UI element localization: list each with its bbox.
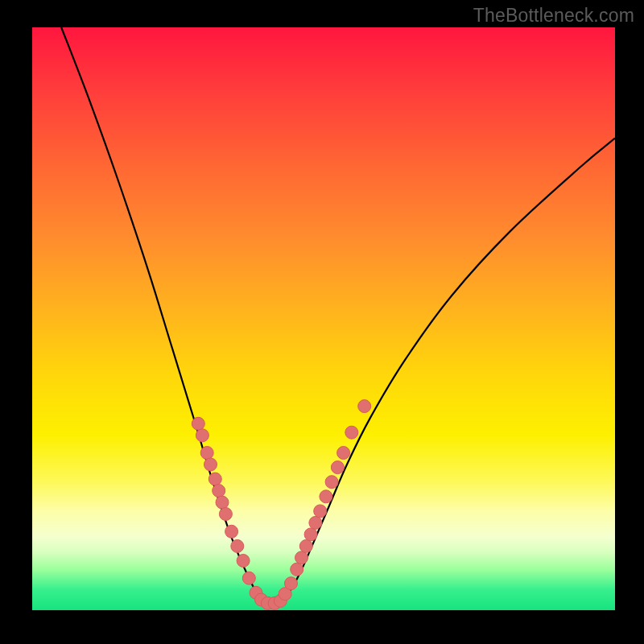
data-marker	[216, 496, 229, 509]
bottleneck-curve	[61, 27, 615, 605]
data-marker	[219, 508, 232, 521]
data-marker	[358, 400, 371, 413]
data-marker	[291, 563, 303, 576]
watermark-text: TheBottleneck.com	[473, 5, 634, 27]
data-marker	[196, 429, 208, 442]
data-marker	[345, 426, 358, 439]
data-marker	[231, 539, 244, 552]
data-marker	[242, 572, 255, 584]
data-marker	[295, 551, 308, 564]
data-marker	[285, 577, 298, 590]
data-marker	[204, 458, 217, 471]
curve-svg	[32, 27, 615, 610]
data-marker	[309, 516, 322, 529]
chart-frame: TheBottleneck.com	[0, 0, 644, 644]
plot-area	[32, 27, 615, 610]
data-marker	[304, 528, 317, 541]
data-marker	[225, 525, 238, 538]
marker-group	[192, 400, 370, 610]
data-marker	[320, 490, 332, 503]
data-marker	[237, 555, 250, 568]
data-marker	[337, 447, 350, 460]
data-marker	[331, 461, 344, 474]
data-marker	[192, 417, 204, 430]
data-marker	[299, 539, 312, 552]
data-marker	[325, 476, 338, 489]
data-marker	[200, 447, 213, 460]
data-marker	[314, 505, 327, 518]
data-marker	[213, 485, 225, 497]
data-marker	[208, 473, 221, 485]
